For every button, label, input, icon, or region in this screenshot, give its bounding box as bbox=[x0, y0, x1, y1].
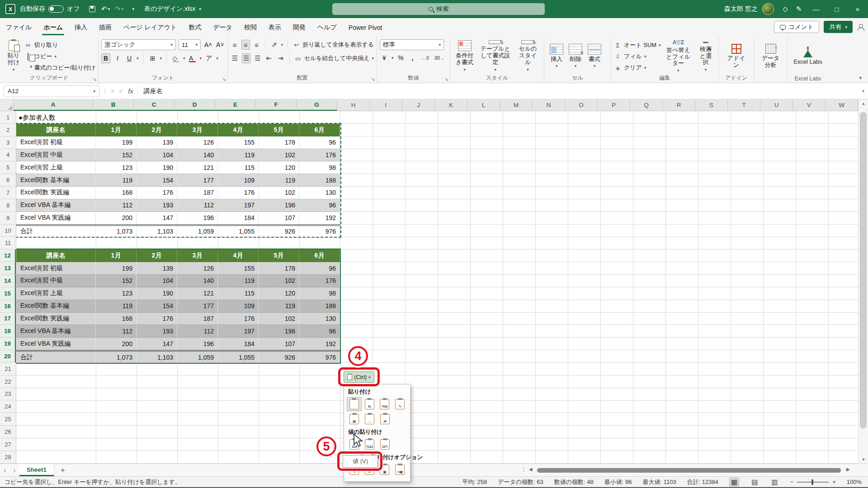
column-header-S[interactable]: S bbox=[695, 99, 728, 111]
tab-ヘルプ[interactable]: ヘルプ bbox=[311, 18, 343, 37]
table-cell[interactable]: 1,073 bbox=[96, 226, 137, 237]
comma-format-button[interactable]: , bbox=[408, 53, 417, 63]
table-cell[interactable]: 197 bbox=[218, 325, 259, 337]
table-row[interactable]: Excel演習 上級12319012111512098 bbox=[16, 161, 340, 174]
decrease-decimal-button[interactable]: .00→ bbox=[433, 53, 445, 63]
table-cell[interactable]: 1,059 bbox=[177, 226, 218, 237]
conditional-formatting-button[interactable]: 条件付き書式▾ bbox=[453, 39, 476, 73]
table-cell[interactable]: Excel演習 初級 bbox=[16, 262, 96, 274]
autosave-toggle-icon[interactable] bbox=[48, 5, 64, 13]
fill-color-button[interactable]: ◇ bbox=[171, 53, 180, 63]
paste-button[interactable] bbox=[347, 398, 361, 411]
enter-icon[interactable]: ✓ bbox=[119, 88, 124, 94]
table-header-cell[interactable]: 3月 bbox=[177, 249, 218, 262]
table-cell[interactable]: 1,103 bbox=[137, 226, 177, 237]
merge-center-button[interactable]: ▭セルを結合して中央揃え▾ bbox=[294, 53, 374, 63]
zoom-slider-thumb[interactable] bbox=[811, 479, 813, 485]
table-cell[interactable]: 190 bbox=[137, 161, 177, 174]
table-cell[interactable]: 190 bbox=[137, 287, 177, 300]
paste-keep-column-widths-button[interactable]: ↔ bbox=[363, 413, 377, 426]
scroll-up-icon[interactable]: ▲ bbox=[859, 101, 868, 106]
table-cell[interactable]: 178 bbox=[259, 262, 299, 274]
table-cell[interactable]: Excel関数 基本編 bbox=[16, 300, 96, 312]
paste-transpose-button[interactable]: ⇄ bbox=[378, 413, 392, 426]
table-row[interactable]: Excel演習 中級152104140119102176 bbox=[16, 149, 340, 162]
column-header-W[interactable]: W bbox=[826, 99, 858, 111]
column-header-G[interactable]: G bbox=[297, 99, 337, 111]
table-cell[interactable]: 119 bbox=[96, 174, 137, 186]
row-header-5[interactable]: 5 bbox=[0, 161, 16, 174]
table-cell[interactable]: 合計 bbox=[16, 352, 96, 363]
zoom-level[interactable]: 100% bbox=[847, 479, 862, 485]
fill-button[interactable]: ⇩フィル▾ bbox=[614, 52, 661, 61]
table-cell[interactable]: 139 bbox=[137, 262, 177, 274]
tab-ホーム[interactable]: ホーム bbox=[38, 18, 69, 37]
table-row[interactable]: Excel関数 実践編168176187176102130 bbox=[16, 187, 340, 199]
status-stat[interactable]: データの個数: 63 bbox=[498, 478, 543, 486]
row-header-16[interactable]: 16 bbox=[0, 300, 16, 313]
table-cell[interactable]: 112 bbox=[177, 325, 218, 337]
table-row[interactable]: Excel演習 初級19913912615517896 bbox=[16, 136, 340, 149]
row-header-17[interactable]: 17 bbox=[0, 313, 16, 325]
table-header-cell[interactable]: 講座名 bbox=[16, 249, 96, 262]
table-cell[interactable]: 168 bbox=[96, 313, 137, 325]
status-stat[interactable]: 最大値: 1103 bbox=[642, 478, 676, 486]
increase-indent-button[interactable]: ⇥ bbox=[276, 53, 285, 63]
table-cell[interactable]: 102 bbox=[259, 149, 299, 161]
clear-button[interactable]: ◈クリア▾ bbox=[614, 63, 661, 73]
expand-formula-bar-icon[interactable]: ▾ bbox=[862, 89, 868, 94]
table-cell[interactable]: 196 bbox=[177, 338, 218, 350]
row-header-20[interactable]: 20 bbox=[0, 350, 16, 363]
align-center-button[interactable]: ☰ bbox=[242, 53, 250, 63]
row-header-9[interactable]: 9 bbox=[0, 212, 16, 225]
table-cell[interactable]: 104 bbox=[137, 149, 177, 161]
column-header-E[interactable]: E bbox=[215, 99, 256, 111]
decrease-font-button[interactable]: A˅ bbox=[216, 40, 225, 50]
row-header-12[interactable]: 12 bbox=[0, 249, 16, 262]
table-header-cell[interactable]: 講座名 bbox=[16, 124, 96, 136]
table-total-row[interactable]: 合計1,0731,1031,0591,055926976 bbox=[16, 225, 340, 237]
table-cell[interactable]: 119 bbox=[96, 300, 137, 312]
table-cell[interactable]: 102 bbox=[259, 187, 299, 199]
row-header-21[interactable]: 21 bbox=[0, 363, 16, 375]
table-cell[interactable]: Excel演習 上級 bbox=[16, 161, 96, 174]
document-title[interactable]: 表のデザイン.xlsx ▾ bbox=[144, 5, 201, 13]
table-cell[interactable]: 120 bbox=[259, 287, 299, 300]
row-header-11[interactable]: 11 bbox=[0, 237, 16, 249]
table-row[interactable]: Excel関数 基本編119154177109119188 bbox=[16, 174, 340, 187]
table-cell[interactable]: 152 bbox=[96, 275, 137, 287]
column-header-F[interactable]: F bbox=[256, 99, 297, 111]
excel-app-icon[interactable]: X bbox=[5, 4, 15, 14]
table-cell[interactable]: 926 bbox=[259, 226, 299, 237]
table-header-row[interactable]: 講座名1月2月3月4月5月6月 bbox=[16, 124, 340, 136]
orientation-button[interactable]: ⇗ bbox=[270, 40, 278, 50]
tab-ファイル[interactable]: ファイル bbox=[0, 18, 38, 37]
minimize-button[interactable]: — bbox=[806, 0, 826, 18]
paste-values-source-formatting-button[interactable]: 12✎ bbox=[378, 438, 392, 451]
sheet-nav-left-icon[interactable]: ‹ bbox=[0, 466, 9, 474]
table-cell[interactable]: 192 bbox=[299, 338, 340, 350]
table-cell[interactable]: 119 bbox=[218, 275, 259, 287]
table-cell[interactable]: 1,103 bbox=[137, 352, 177, 363]
underline-button[interactable]: U bbox=[125, 53, 134, 63]
table-cell[interactable]: 188 bbox=[299, 300, 340, 312]
table-cell[interactable]: 119 bbox=[259, 174, 299, 186]
currency-format-button[interactable]: ¥ bbox=[380, 53, 389, 63]
number-format-select[interactable]: 標準▾ bbox=[380, 39, 444, 50]
align-middle-button[interactable]: ≡ bbox=[241, 40, 250, 50]
table-cell[interactable]: 976 bbox=[299, 226, 340, 237]
table-cell[interactable]: 1,059 bbox=[177, 352, 218, 363]
align-right-button[interactable]: ☰ bbox=[253, 53, 262, 63]
table-cell[interactable]: 130 bbox=[299, 313, 340, 325]
tab-挿入[interactable]: 挿入 bbox=[69, 18, 93, 37]
addins-button[interactable]: アドイン bbox=[722, 39, 751, 73]
table-cell[interactable]: 196 bbox=[177, 212, 218, 224]
table-cell[interactable]: 126 bbox=[177, 136, 218, 149]
table-cell[interactable]: 112 bbox=[96, 325, 137, 337]
autosum-button[interactable]: Σオート SUM▾ bbox=[614, 40, 661, 50]
table-cell[interactable]: 102 bbox=[259, 313, 299, 325]
zoom-in-button[interactable]: + bbox=[832, 479, 836, 485]
table-header-cell[interactable]: 1月 bbox=[96, 124, 137, 136]
table-cell[interactable]: 187 bbox=[177, 313, 218, 325]
percent-format-button[interactable]: % bbox=[396, 53, 406, 63]
